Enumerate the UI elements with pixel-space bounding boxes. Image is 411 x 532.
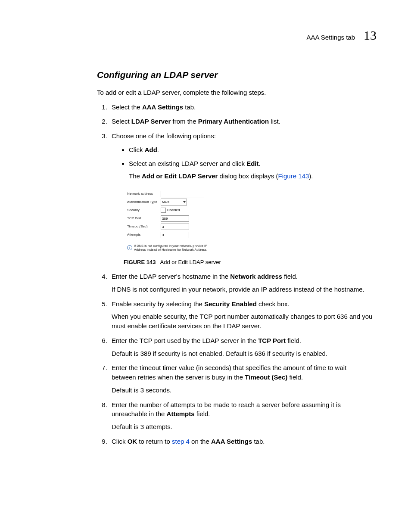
text: .: [259, 160, 261, 167]
text: on the: [190, 438, 211, 445]
note-text: If DNS is not configured in your network…: [134, 244, 209, 252]
textbox: [161, 191, 204, 197]
text: to return to: [137, 438, 172, 445]
text: field.: [286, 337, 301, 344]
label: Attempts: [127, 232, 161, 237]
text: Enter the timeout timer value (in second…: [112, 364, 346, 381]
text: Select an existing LDAP server and click: [129, 160, 246, 167]
text: Enter the TCP port used by the LDAP serv…: [112, 337, 258, 344]
bold: Edit: [246, 160, 258, 167]
checkbox-group: Enabled: [161, 208, 180, 213]
value: MD5: [162, 199, 169, 205]
step-6: Enter the TCP port used by the LDAP serv…: [109, 336, 373, 358]
text: field.: [287, 373, 303, 381]
textbox: 389: [161, 215, 189, 222]
text: .: [157, 146, 159, 153]
figure-caption: FIGURE 143 Add or Edit LDAP server: [124, 258, 373, 267]
step-9: Click OK to return to step 4 on the AAA …: [109, 437, 373, 446]
dialog-screenshot: Network address Authentication Type MD5 …: [124, 186, 212, 255]
section-title: Configuring an LDAP server: [97, 68, 373, 81]
caption-label: FIGURE 143: [124, 259, 156, 265]
paragraph: Default is 3 seconds.: [112, 386, 373, 395]
text: tab.: [252, 438, 265, 445]
step-link[interactable]: step 4: [172, 438, 190, 445]
text: dialog box displays (: [218, 172, 278, 180]
paragraph: Default is 389 if security is not enable…: [112, 349, 373, 358]
label: Network address: [127, 191, 161, 196]
field-network-address: Network address: [127, 190, 209, 198]
field-attempts: Attempts 3: [127, 231, 209, 239]
textbox: 3: [161, 232, 189, 238]
label: TCP Port: [127, 216, 161, 221]
chapter-number: 13: [364, 26, 377, 45]
bullet-item: Click Add.: [129, 145, 373, 155]
follow-up: The Add or Edit LDAP Server dialog box d…: [129, 171, 373, 181]
text: list.: [269, 118, 280, 125]
bullet-item: Select an existing LDAP server and click…: [129, 159, 373, 181]
figure-link[interactable]: Figure 143: [278, 172, 309, 180]
text: tab.: [183, 103, 196, 111]
text: ).: [309, 172, 313, 180]
header-label: AAA Settings tab: [306, 33, 355, 42]
page: AAA Settings tab 13 Configuring an LDAP …: [0, 0, 411, 532]
info-note: i If DNS is not configured in your netwo…: [127, 244, 209, 252]
label: Timeout(Sec): [127, 224, 161, 229]
text: field.: [195, 410, 210, 417]
bold: Add: [145, 146, 157, 153]
bold: AAA Settings: [211, 438, 252, 445]
field-auth-type: Authentication Type MD5: [127, 198, 209, 206]
bold: Attempts: [167, 410, 195, 417]
text: Enter the number of attempts to be made …: [112, 401, 341, 418]
text: check box.: [257, 300, 290, 308]
field-tcp-port: TCP Port 389: [127, 215, 209, 222]
field-timeout: Timeout(Sec) 3: [127, 223, 209, 230]
label: Authentication Type: [127, 199, 161, 205]
step-5: Enable security by selecting the Securit…: [109, 299, 373, 331]
paragraph: Default is 3 attempts.: [112, 422, 373, 432]
bold: LDAP Server: [131, 118, 171, 125]
step-1: Select the AAA Settings tab.: [109, 103, 373, 112]
textbox: 3: [161, 224, 189, 230]
bold: TCP Port: [258, 337, 286, 344]
figure-wrapper: Network address Authentication Type MD5 …: [124, 186, 373, 255]
chevron-down-icon: [183, 201, 186, 203]
step-8: Enter the number of attempts to be made …: [109, 400, 373, 432]
bold: Primary Authentication: [198, 118, 269, 125]
step-2: Select LDAP Server from the Primary Auth…: [109, 117, 373, 126]
bold: OK: [128, 438, 137, 445]
running-header: AAA Settings tab 13: [30, 26, 381, 45]
text: Select the: [112, 103, 142, 111]
text: Click: [129, 146, 145, 153]
step-3: Choose one of the following options: Cli…: [109, 131, 373, 267]
intro-text: To add or edit a LDAP server, complete t…: [97, 88, 373, 97]
bold: AAA Settings: [142, 103, 183, 111]
checkbox-label: Enabled: [167, 208, 180, 212]
text: field.: [282, 273, 298, 280]
steps-list: Select the AAA Settings tab. Select LDAP…: [97, 103, 373, 446]
content-area: Configuring an LDAP server To add or edi…: [97, 68, 373, 446]
text: The: [129, 172, 142, 180]
text: Enter the LDAP server's hostname in the: [112, 273, 230, 280]
field-security: Security Enabled: [127, 206, 209, 214]
caption-text: Add or Edit LDAP server: [160, 259, 221, 265]
info-icon: i: [127, 245, 132, 250]
text: Choose one of the following options:: [112, 132, 216, 140]
paragraph: If DNS is not configured in your network…: [112, 285, 373, 294]
dropdown: MD5: [161, 199, 187, 205]
bold: Timeout (Sec): [245, 373, 287, 381]
bold: Network address: [230, 273, 282, 280]
checkbox: [161, 208, 166, 213]
bullet-list: Click Add. Select an existing LDAP serve…: [112, 145, 373, 181]
text: Select: [112, 118, 131, 125]
label: Security: [127, 208, 161, 213]
step-4: Enter the LDAP server's hostname in the …: [109, 272, 373, 294]
paragraph: When you enable security, the TCP port n…: [112, 312, 373, 331]
text: from the: [171, 118, 198, 125]
text: Click: [112, 438, 128, 445]
text: Enable security by selecting the: [112, 300, 204, 308]
bold: Security Enabled: [204, 300, 257, 308]
bold: Add or Edit LDAP Server: [142, 172, 218, 180]
step-7: Enter the timeout timer value (in second…: [109, 363, 373, 395]
